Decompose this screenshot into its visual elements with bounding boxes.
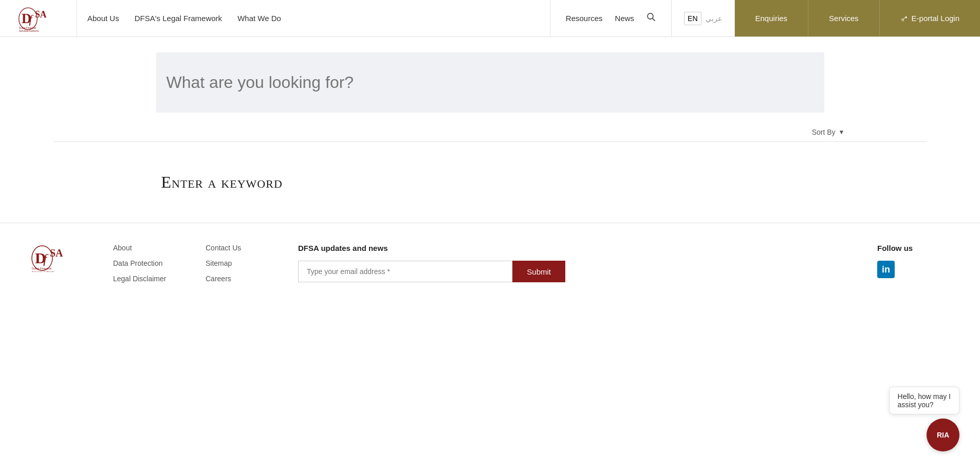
svg-text:Services Authority: Services Authority [19,30,39,32]
svg-text:Dubai Financial: Dubai Financial [19,27,36,29]
svg-text:f: f [29,12,34,26]
sort-by-dropdown[interactable]: Sort By ▼ [812,128,845,136]
nav-about-us[interactable]: About Us [87,12,119,25]
lang-en-button[interactable]: EN [684,12,701,25]
footer-data-protection-link[interactable]: Data Protection [113,259,175,267]
services-button[interactable]: Services [808,0,879,37]
lang-ar-label[interactable]: عربي [706,14,722,23]
footer-about-link[interactable]: About [113,244,175,252]
newsletter-email-input[interactable] [298,261,512,282]
ria-chat-widget: Hello, how may I assist you? RIA [889,387,959,451]
search-hero-section [0,52,980,113]
search-input[interactable] [167,73,814,92]
site-header: D f SA Dubai Financial Services Authorit… [0,0,980,37]
sort-divider [53,141,927,142]
ria-bubble-line2: assist you? [898,401,934,409]
ria-avatar-button[interactable]: RIA [927,419,959,451]
chevron-down-icon: ▼ [839,129,845,136]
svg-text:SA: SA [34,9,46,19]
footer-inner: D f SA Dubai Financial Services Authorit… [31,244,949,283]
ria-bubble-line1: Hello, how may I [898,392,951,401]
svg-text:Dubai Financial: Dubai Financial [32,267,51,270]
nav-legal-framework[interactable]: DFSA's Legal Framework [135,12,222,25]
newsletter-submit-button[interactable]: Submit [512,261,565,282]
svg-line-7 [653,19,655,21]
footer-follow: Follow us in [877,244,949,278]
svg-text:Services Authority: Services Authority [32,270,54,272]
footer-col-1: About Data Protection Legal Disclaimer [113,244,175,283]
newsletter-form: Submit [298,261,565,282]
nav-what-we-do[interactable]: What We Do [237,12,281,25]
nav-news[interactable]: News [615,12,635,25]
footer-col-2: Contact Us Sitemap Careers [206,244,267,283]
svg-text:SA: SA [50,247,63,259]
newsletter-title: DFSA updates and news [298,244,846,252]
follow-us-title: Follow us [877,244,949,252]
site-footer: D f SA Dubai Financial Services Authorit… [0,223,980,298]
cta-buttons: Enquiries Services 🗝 E-portal Login [735,0,980,37]
dfsa-logo[interactable]: D f SA Dubai Financial Services Authorit… [18,5,59,32]
search-icon[interactable] [646,12,656,24]
resources-nav: Resources News [550,0,672,37]
footer-newsletter: DFSA updates and news Submit [298,244,846,282]
logo-area: D f SA Dubai Financial Services Authorit… [0,0,77,37]
footer-careers-link[interactable]: Careers [206,275,267,283]
sort-by-label: Sort By [812,128,836,136]
footer-legal-disclaimer-link[interactable]: Legal Disclaimer [113,275,175,283]
main-nav: About Us DFSA's Legal Framework What We … [77,0,550,37]
footer-dfsa-logo: D f SA Dubai Financial Services Authorit… [31,244,77,272]
main-content: Enter a keyword [79,157,901,223]
footer-logo: D f SA Dubai Financial Services Authorit… [31,244,82,274]
language-switcher: EN عربي [672,0,734,37]
sort-bar: Sort By ▼ [53,128,927,141]
enquiries-button[interactable]: Enquiries [735,0,808,37]
footer-contact-link[interactable]: Contact Us [206,244,267,252]
nav-resources[interactable]: Resources [566,12,603,25]
linkedin-icon[interactable]: in [877,261,895,278]
ria-chat-bubble: Hello, how may I assist you? [889,387,959,414]
eportal-button[interactable]: 🗝 E-portal Login [879,0,980,37]
enter-keyword-heading: Enter a keyword [161,173,819,192]
svg-text:f: f [43,251,49,266]
search-hero-container [156,52,824,113]
key-icon: 🗝 [898,13,909,24]
footer-sitemap-link[interactable]: Sitemap [206,259,267,267]
